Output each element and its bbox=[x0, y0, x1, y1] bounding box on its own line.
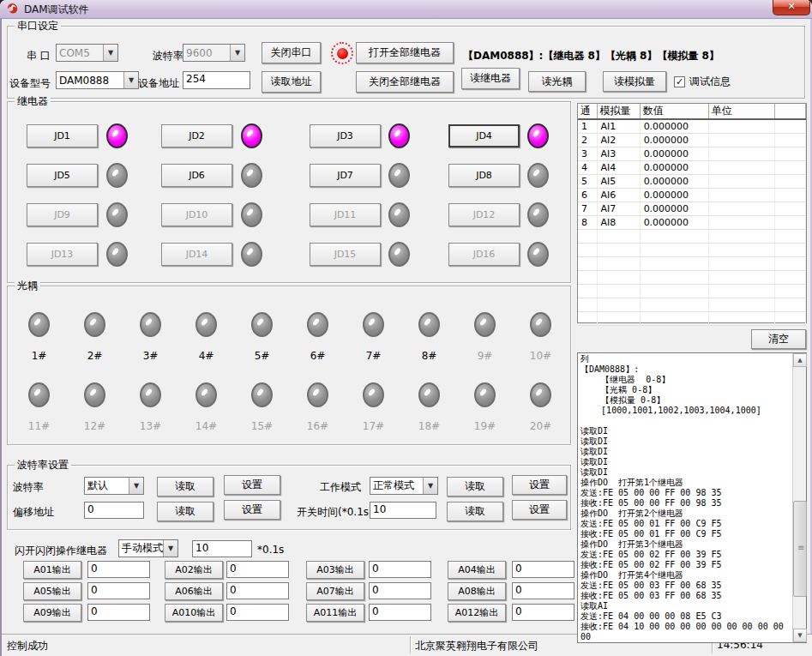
device-model-combobox[interactable]: DAM0888 ▼ bbox=[56, 71, 139, 89]
switch-set-button[interactable]: 设置 bbox=[512, 500, 567, 520]
output-button-A012[interactable]: A012输出 bbox=[448, 604, 506, 622]
switch-read-button[interactable]: 读取 bbox=[447, 502, 503, 521]
output-value-field-A05[interactable]: 0 bbox=[87, 582, 150, 599]
serial-group-title: 串口设定 bbox=[15, 20, 61, 32]
output-value-field-A02[interactable]: 0 bbox=[226, 561, 289, 578]
opto-light bbox=[195, 312, 217, 337]
output-value-field-A06[interactable]: 0 bbox=[226, 582, 289, 599]
baud-select-combobox[interactable]: 默认 ▼ bbox=[84, 477, 144, 495]
baudrate-combobox[interactable]: 9600 ▼ bbox=[183, 44, 245, 62]
table-header-1: 模拟量 bbox=[597, 104, 640, 119]
offset-address-field[interactable]: 0 bbox=[84, 502, 144, 519]
opto-light bbox=[418, 382, 440, 407]
offset-address-label: 偏移地址 bbox=[13, 505, 54, 520]
table-cell bbox=[774, 133, 805, 147]
opto-light bbox=[474, 382, 496, 407]
read-opto-button[interactable]: 读光耦 bbox=[528, 71, 586, 92]
table-cell: 7 bbox=[578, 202, 597, 215]
read-analog-button[interactable]: 读模拟量 bbox=[603, 71, 666, 92]
output-button-A05[interactable]: A05输出 bbox=[23, 582, 81, 600]
opto-channel-label: 2# bbox=[87, 350, 103, 362]
table-cell: 6 bbox=[578, 188, 597, 202]
chevron-down-icon[interactable]: ▼ bbox=[163, 540, 177, 557]
chevron-down-icon[interactable]: ▼ bbox=[230, 45, 244, 61]
table-cell bbox=[708, 215, 774, 229]
log-line: [1000,1001,1002,1003,1004,1000] bbox=[580, 406, 791, 416]
work-mode-combobox[interactable]: 正常模式 ▼ bbox=[370, 477, 438, 495]
mode-set-button[interactable]: 设置 bbox=[512, 475, 567, 495]
relay-button-jd6[interactable]: JD6 bbox=[161, 164, 232, 187]
chevron-down-icon[interactable]: ▼ bbox=[423, 478, 437, 494]
flash-time-field[interactable]: 10 bbox=[192, 540, 252, 557]
relay-button-jd10[interactable]: JD10 bbox=[161, 203, 232, 226]
relay-button-jd16[interactable]: JD16 bbox=[448, 243, 520, 266]
output-value-field-A012[interactable]: 0 bbox=[512, 604, 574, 621]
debug-info-checkbox[interactable]: ✓ 调试信息 bbox=[674, 75, 731, 89]
close-all-relays-button[interactable]: 关闭全部继电器 bbox=[356, 71, 454, 93]
switch-time-field[interactable]: 10 bbox=[370, 502, 436, 519]
relay-button-jd1[interactable]: JD1 bbox=[27, 124, 98, 147]
table-cell bbox=[708, 243, 774, 256]
opto-channel-13: 13# bbox=[123, 382, 178, 432]
output-button-A03[interactable]: A03输出 bbox=[306, 561, 364, 579]
output-button-A02[interactable]: A02输出 bbox=[165, 561, 223, 579]
output-value-field-A09[interactable]: 0 bbox=[87, 604, 150, 621]
output-button-A010[interactable]: A010输出 bbox=[165, 604, 223, 622]
close-serial-button[interactable]: 关闭串口 bbox=[262, 42, 321, 63]
chevron-down-icon[interactable]: ▼ bbox=[129, 478, 143, 494]
scroll-down-icon[interactable]: ▼ bbox=[793, 629, 807, 642]
output-button-A07[interactable]: A07输出 bbox=[306, 582, 364, 600]
opto-light bbox=[251, 382, 273, 407]
log-scrollbar[interactable]: ▲ ▼ bbox=[792, 353, 806, 642]
output-button-A011[interactable]: A011输出 bbox=[306, 604, 364, 622]
read-address-button[interactable]: 读取地址 bbox=[262, 71, 321, 93]
output-button-A08[interactable]: A08输出 bbox=[448, 582, 506, 600]
read-relays-button[interactable]: 读继电器 bbox=[461, 68, 520, 89]
relay-button-jd13[interactable]: JD13 bbox=[27, 243, 98, 266]
output-button-A04[interactable]: A04输出 bbox=[448, 561, 506, 579]
table-cell bbox=[578, 243, 597, 256]
output-value-field-A04[interactable]: 0 bbox=[512, 561, 574, 578]
output-value-field-A08[interactable]: 0 bbox=[512, 582, 574, 599]
relay-button-jd8[interactable]: JD8 bbox=[448, 164, 520, 187]
output-value-field-A01[interactable]: 0 bbox=[87, 561, 150, 578]
table-cell bbox=[640, 243, 708, 256]
clear-log-button[interactable]: 清空 bbox=[751, 329, 806, 349]
relay-button-jd14[interactable]: JD14 bbox=[161, 243, 232, 266]
title-bar[interactable]: DAM调试软件 ✕ bbox=[0, 0, 812, 19]
offset-set-button[interactable]: 设置 bbox=[224, 500, 280, 520]
comm-log-box[interactable]: 列【DAM0888】: 【继电器 0-8】 【光耦 0-8】 【模拟量 0-8】… bbox=[577, 352, 807, 643]
table-cell bbox=[597, 256, 640, 270]
port-combobox[interactable]: COM5 ▼ bbox=[56, 44, 118, 62]
relay-button-jd9[interactable]: JD9 bbox=[27, 203, 98, 226]
relay-button-jd12[interactable]: JD12 bbox=[448, 203, 520, 226]
output-value-field-A07[interactable]: 0 bbox=[369, 582, 431, 599]
chevron-down-icon[interactable]: ▼ bbox=[103, 45, 117, 61]
relay-button-jd11[interactable]: JD11 bbox=[310, 203, 381, 226]
relay-button-jd5[interactable]: JD5 bbox=[27, 164, 98, 187]
device-address-field[interactable]: 254 bbox=[183, 71, 250, 89]
flash-mode-combobox[interactable]: 手动模式 ▼ bbox=[118, 539, 178, 557]
output-value-field-A011[interactable]: 0 bbox=[369, 604, 431, 621]
baud-read-button[interactable]: 读取 bbox=[157, 477, 214, 497]
output-value-field-A010[interactable]: 0 bbox=[226, 604, 289, 621]
scroll-up-icon[interactable]: ▲ bbox=[793, 353, 807, 367]
relay-button-jd7[interactable]: JD7 bbox=[310, 164, 381, 187]
baud-set-button[interactable]: 设置 bbox=[224, 475, 280, 495]
table-cell: 5 bbox=[578, 174, 597, 188]
output-button-A06[interactable]: A06输出 bbox=[165, 582, 223, 600]
relay-button-jd15[interactable]: JD15 bbox=[310, 243, 381, 266]
chevron-down-icon[interactable]: ▼ bbox=[123, 72, 138, 88]
output-button-A09[interactable]: A09输出 bbox=[23, 604, 81, 622]
relay-button-jd4[interactable]: JD4 bbox=[448, 124, 520, 147]
relay-button-jd3[interactable]: JD3 bbox=[310, 124, 381, 147]
mode-read-button[interactable]: 读取 bbox=[447, 477, 503, 497]
output-button-A01[interactable]: A01输出 bbox=[23, 561, 81, 579]
table-cell bbox=[774, 147, 805, 160]
output-value-field-A03[interactable]: 0 bbox=[369, 561, 431, 578]
relay-button-jd2[interactable]: JD2 bbox=[161, 124, 232, 147]
close-button[interactable]: ✕ bbox=[773, 0, 810, 15]
open-all-relays-button[interactable]: 打开全部继电器 bbox=[356, 42, 454, 63]
offset-read-button[interactable]: 读取 bbox=[157, 502, 214, 521]
scrollbar-thumb[interactable] bbox=[793, 501, 807, 597]
